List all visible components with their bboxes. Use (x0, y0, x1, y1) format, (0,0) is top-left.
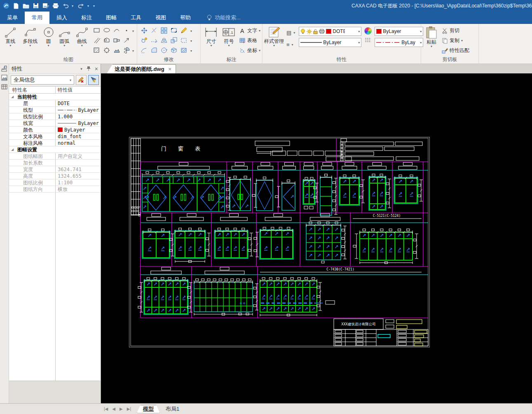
format-brush-panel-icon[interactable] (1, 65, 8, 73)
rect-dashed-icon[interactable] (179, 36, 188, 45)
hatch-icon[interactable] (92, 46, 101, 55)
sheet-tab-layout1[interactable]: 布局1 (160, 405, 185, 413)
layer-combo[interactable]: DOTE ▾ (299, 27, 361, 36)
pick-arrow-icon[interactable] (122, 36, 131, 45)
match-properties-button[interactable]: 特性匹配 (442, 45, 469, 55)
linewidth-list-icon[interactable]: ≡ (286, 42, 290, 48)
ellipse-icon[interactable] (102, 26, 111, 35)
clip-icon[interactable] (169, 26, 178, 35)
polygon-icon[interactable] (102, 36, 111, 45)
region-hatch-icon[interactable] (179, 46, 188, 55)
text-button[interactable]: A 文字▾ (239, 26, 260, 35)
open-file-icon[interactable] (22, 2, 30, 9)
linetype-manager-icon[interactable] (364, 37, 372, 43)
drawing-canvas[interactable]: 门窗表C-5121(C-5124)C-7430(C-7421)XXX建筑设计有限… (101, 73, 532, 403)
property-row[interactable]: 宽度3624.741 (9, 166, 101, 173)
image-panel-icon[interactable] (1, 74, 8, 82)
property-group-row[interactable]: 当前特性 (9, 94, 101, 100)
pin-icon[interactable] (87, 66, 91, 71)
linewidth-combo[interactable]: ByLayer ▾ (299, 38, 361, 47)
coordinate-button[interactable]: 坐标▾ (239, 45, 260, 55)
stretch-icon[interactable] (150, 36, 159, 45)
parallel-lines-icon[interactable] (92, 36, 101, 45)
cut-button[interactable]: 剪切 (442, 26, 469, 35)
layers-dropdown-icon[interactable]: ▾ (292, 31, 296, 35)
save-icon[interactable] (32, 2, 40, 9)
array-icon[interactable] (159, 26, 169, 35)
arc-button[interactable]: 圆弧▾ (56, 25, 73, 47)
circle-button[interactable]: 圆▾ (41, 25, 56, 47)
scope-select[interactable]: 全局信息▾ (11, 75, 74, 85)
menu-tab-bangzhu[interactable]: 帮助 (173, 12, 198, 24)
rect-dropdown-icon[interactable]: ▾ (131, 26, 135, 36)
property-row[interactable]: 线宽ByLayer (9, 120, 101, 127)
rotate-copy-icon[interactable] (140, 36, 149, 45)
save-as-icon[interactable] (42, 2, 49, 9)
property-row[interactable]: 标注风格normal (9, 140, 101, 146)
scale-icon[interactable] (169, 36, 178, 45)
table-button[interactable]: + 表格 (239, 35, 260, 45)
bolt-icon[interactable] (112, 36, 121, 45)
line-button[interactable]: 直线▾ (2, 25, 19, 47)
document-tab[interactable]: 这是要做的图纸.dwg × (107, 64, 176, 73)
polyline-button[interactable]: 多段线▾ (19, 25, 41, 47)
modify-dd-1[interactable]: ▾ (189, 26, 193, 36)
gear-icon[interactable] (102, 46, 111, 55)
3d-box-icon[interactable] (169, 46, 178, 55)
sheet-tab-model[interactable]: 模型 (137, 405, 160, 413)
property-row[interactable]: 颜色ByLayer (9, 127, 101, 133)
linewidth-dropdown-icon[interactable]: ▾ (291, 43, 295, 47)
menu-tab-shitu[interactable]: 视图 (148, 12, 173, 24)
symbol-button[interactable]: .1 符号▾ (220, 25, 238, 47)
print-icon[interactable] (52, 2, 59, 9)
dimension-button[interactable]: 尺寸▾ (202, 25, 220, 47)
grid-panel-icon[interactable] (1, 83, 8, 91)
menu-tab-gongju[interactable]: 工具 (124, 12, 148, 24)
modify-dd-3[interactable]: ▾ (189, 46, 193, 56)
property-row[interactable]: 线型ByLayer (9, 107, 101, 113)
copy-button[interactable]: 复制▾ (442, 35, 469, 45)
arc3pt-icon[interactable] (112, 26, 121, 35)
layers-icon[interactable]: ▤ (286, 30, 291, 36)
next-sheet-icon[interactable]: ▶ (120, 407, 123, 411)
bitmap-icon[interactable] (112, 46, 121, 55)
curve-button[interactable]: 曲线▾ (73, 25, 91, 47)
first-sheet-icon[interactable]: |◀ (104, 407, 108, 411)
property-row[interactable]: 图纸幅面用户自定义 (9, 153, 101, 160)
mirror-icon[interactable] (159, 36, 169, 45)
undo-dropdown-icon[interactable]: ▾ (72, 4, 75, 8)
menu-tab-tufu[interactable]: 图幅 (99, 12, 124, 24)
move-icon[interactable] (140, 26, 149, 35)
prev-sheet-icon[interactable]: ◀ (112, 407, 115, 411)
menu-tab-changyong[interactable]: 常用 (25, 12, 49, 24)
trim-icon[interactable] (150, 26, 159, 35)
property-group-row[interactable]: 图幅设置 (9, 146, 101, 153)
edit-cancel-button[interactable] (76, 75, 87, 85)
menu-tab-biaozhu[interactable]: 标注 (74, 12, 99, 24)
color-combo[interactable]: ByLayer ▾ (375, 27, 423, 36)
redo-icon[interactable] (77, 2, 85, 9)
linetype-combo[interactable]: ByLayer ▾ (375, 38, 423, 47)
rotate-icon[interactable] (159, 46, 169, 55)
panel-close-icon[interactable]: × (95, 66, 98, 72)
quick-select-button[interactable] (88, 75, 99, 85)
function-search[interactable]: 功能搜索... (207, 12, 241, 24)
line-style-dropdown-icon[interactable]: ▾ (131, 46, 135, 56)
undo-icon[interactable] (62, 2, 69, 9)
property-row[interactable]: 图纸方向横放 (9, 186, 101, 193)
app-logo-icon[interactable] (2, 2, 10, 9)
menu-tab-caidan[interactable]: 菜单 (0, 12, 25, 24)
qat-customize-icon[interactable]: ▾ (93, 4, 96, 8)
property-row[interactable]: 图纸比例1:100 (9, 179, 101, 186)
pie-icon[interactable]: A (122, 46, 131, 55)
redo-dropdown-icon[interactable]: ▾ (87, 4, 91, 8)
property-row[interactable]: 加长系数 (9, 160, 101, 166)
style-manager-button[interactable]: 样式管理▾ (264, 25, 284, 47)
rectangle-icon[interactable] (92, 26, 101, 35)
property-row[interactable]: 线型比例1.000 (9, 113, 101, 120)
property-row[interactable]: 高度1324.655 (9, 173, 101, 179)
property-row[interactable]: 层DOTE (9, 100, 101, 107)
modify-dd-2[interactable]: ▾ (189, 36, 193, 46)
pencil-icon[interactable] (179, 26, 188, 35)
tab-close-icon[interactable]: × (169, 66, 172, 72)
